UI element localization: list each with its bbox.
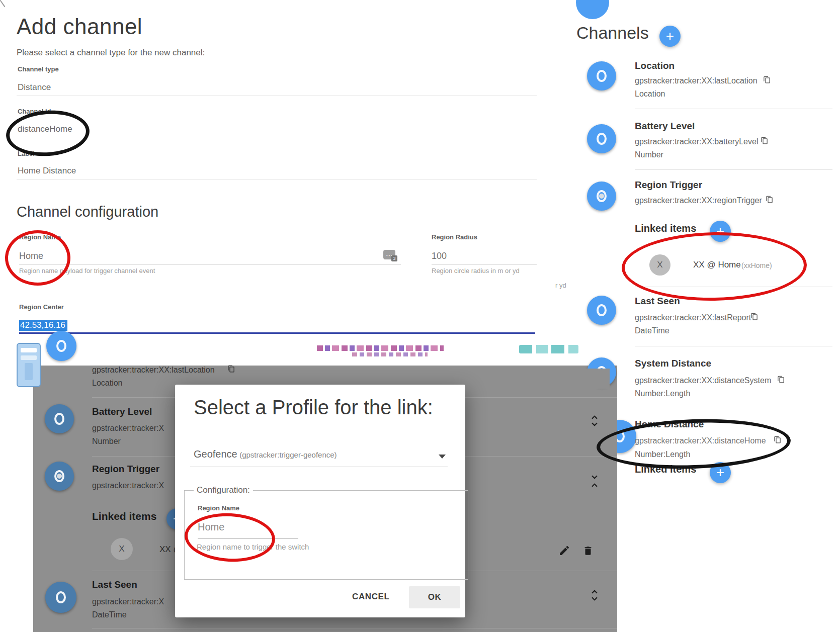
add-channel-button[interactable]: + xyxy=(659,26,681,47)
profile-dialog: Select a Profile for the link: Geofence … xyxy=(175,385,465,617)
pink-text-fragment xyxy=(317,345,444,351)
sidebar-heading: Channels xyxy=(576,23,649,43)
copy-icon[interactable] xyxy=(761,136,768,145)
form-subtitle: Please select a channel type for the new… xyxy=(17,48,205,58)
annotation-ellipse-red-region-name xyxy=(5,230,70,286)
bg-location-type: Location xyxy=(92,379,123,388)
bg-channel-icon-location xyxy=(46,331,76,361)
channel-id-underline xyxy=(17,137,537,137)
chevron-down-icon[interactable] xyxy=(439,455,446,459)
region-radius-underline xyxy=(432,264,537,265)
trigger-dot-icon xyxy=(57,474,62,479)
bg-region-trigger-title: Region Trigger xyxy=(92,464,159,475)
sidebar-divider xyxy=(635,406,832,406)
profile-select[interactable]: Geofence (gpstracker:trigger-geofence) xyxy=(194,448,337,460)
region-name-underline xyxy=(19,264,401,265)
ring-icon xyxy=(54,413,64,425)
calculator-icon-fragment xyxy=(17,343,41,387)
bg-battery-id: gpstracker:tracker:X xyxy=(92,424,164,433)
unfold-more-icon[interactable] xyxy=(590,587,600,603)
copy-icon[interactable] xyxy=(777,375,785,384)
channel-type: DateTime xyxy=(635,326,669,335)
region-radius-input[interactable]: 100 xyxy=(432,251,447,261)
region-center-selection: 42.53,16.16 xyxy=(19,320,67,331)
plus-icon: + xyxy=(666,28,674,44)
sidebar-divider xyxy=(635,169,832,170)
bg-location-id: gpstracker:tracker:XX:lastLocation xyxy=(92,366,215,375)
profile-select-underline xyxy=(190,467,448,467)
channel-title: Battery Level xyxy=(635,121,695,132)
region-center-input[interactable]: 42.53,16.16 xyxy=(19,320,67,330)
dialog-region-name-label: Region Name xyxy=(198,504,239,512)
channel-type: Number:Length xyxy=(635,389,690,398)
page-title: Add channel xyxy=(17,14,142,39)
fieldset-legend: Configuration: xyxy=(194,485,253,495)
bg-battery-title: Battery Level xyxy=(92,406,152,417)
unfold-more-icon[interactable] xyxy=(590,413,600,429)
channel-id: gpstracker:tracker:XX:distanceSystem xyxy=(635,376,771,385)
trigger-dot-icon xyxy=(599,194,604,199)
region-radius-helper-fragment: r yd xyxy=(555,282,566,289)
ring-icon xyxy=(56,340,66,352)
channel-type: Number xyxy=(635,150,663,159)
channel-title: Location xyxy=(635,60,675,71)
edit-pencil-icon[interactable] xyxy=(558,545,570,557)
ring-icon xyxy=(597,133,607,145)
config-heading: Channel configuration xyxy=(17,204,158,220)
cancel-button[interactable]: CANCEL xyxy=(352,592,389,602)
ring-icon xyxy=(597,70,607,82)
channel-type-underline xyxy=(17,96,537,96)
channel-title: System Distance xyxy=(635,358,711,369)
region-radius-label: Region Radius xyxy=(432,233,477,241)
channel-id: gpstracker:tracker:XX:batteryLevel xyxy=(635,137,758,146)
sidebar-divider xyxy=(635,109,832,109)
page: Add channel Please select a channel type… xyxy=(0,0,840,632)
scrim-corner-patch xyxy=(583,369,610,389)
channel-type-select[interactable]: Distance xyxy=(18,82,51,93)
channel-id: gpstracker:tracker:XX:lastReport xyxy=(635,313,751,322)
ring-icon xyxy=(56,591,66,603)
copy-icon[interactable] xyxy=(227,365,235,373)
partial-circle-decoration xyxy=(576,0,609,19)
copy-icon[interactable] xyxy=(766,195,773,204)
copy-icon[interactable] xyxy=(750,312,758,321)
region-radius-helper: Region circle radius in m or yd xyxy=(432,267,520,275)
ring-icon xyxy=(597,190,607,202)
bg-channel-icon-battery xyxy=(45,404,74,433)
bg-channel-icon-last-seen xyxy=(45,582,76,613)
label-field-input[interactable]: Home Distance xyxy=(18,166,76,176)
channel-icon-battery xyxy=(587,124,616,153)
keypad-icon[interactable]: ⋯ 3 xyxy=(383,250,395,259)
sidebar-divider xyxy=(635,346,832,346)
channel-title: Region Trigger xyxy=(635,179,702,191)
channel-icon-last-seen xyxy=(587,296,616,325)
copy-icon[interactable] xyxy=(763,75,771,84)
channel-type-label: Channel type xyxy=(18,65,59,73)
dialog-title: Select a Profile for the link: xyxy=(194,396,433,419)
ring-icon xyxy=(54,470,64,482)
annotation-ellipse-red-dialog xyxy=(184,511,277,564)
channel-type: Location xyxy=(635,89,665,99)
bg-channel-icon-region-trigger xyxy=(45,462,74,491)
teal-ui-fragment xyxy=(519,345,578,353)
keypad-badge: 3 xyxy=(391,255,397,261)
delete-trash-icon[interactable] xyxy=(582,545,594,557)
corner-artifact xyxy=(0,0,5,7)
channel-id: gpstracker:tracker:XX:lastLocation xyxy=(635,76,758,85)
region-center-label: Region Center xyxy=(19,303,64,311)
pink-text-fragment-2 xyxy=(352,352,428,356)
bg-last-seen-type: DateTime xyxy=(92,610,127,619)
ok-button-label: OK xyxy=(428,592,442,602)
bg-linked-item-avatar: X xyxy=(111,538,133,560)
bg-linked-items-label: Linked items xyxy=(92,510,156,522)
label-underline xyxy=(17,179,537,179)
bg-last-seen-title: Last Seen xyxy=(92,579,137,590)
region-center-focus-underline xyxy=(19,332,535,334)
channel-id: gpstracker:tracker:XX:regionTrigger xyxy=(635,196,762,205)
unfold-less-icon[interactable] xyxy=(590,473,600,489)
profile-select-value: Geofence xyxy=(194,448,237,460)
bg-last-seen-id: gpstracker:tracker:X xyxy=(92,597,164,606)
ok-button[interactable]: OK xyxy=(409,586,460,608)
bg-region-trigger-id: gpstracker:tracker:X xyxy=(92,481,164,490)
channel-icon-region-trigger xyxy=(587,182,616,211)
